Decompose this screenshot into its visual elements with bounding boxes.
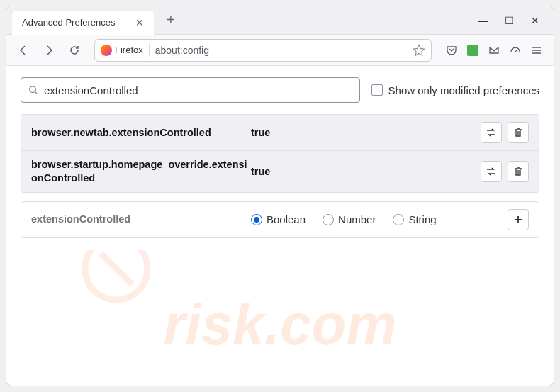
divider [149,43,150,57]
radio-label: Boolean [267,213,306,225]
pref-row: browser.startup.homepage_override.extens… [21,151,539,192]
menu-icon[interactable] [531,45,542,56]
back-button[interactable] [13,40,33,60]
radio-number[interactable]: Number [323,213,376,225]
firefox-label: Firefox [115,45,143,55]
delete-button[interactable] [508,161,529,182]
search-box[interactable] [21,77,360,103]
radio-icon [393,214,404,225]
browser-window: Advanced Preferences ✕ + — ☐ ✕ Firefox a… [6,6,554,386]
navigation-toolbar: Firefox about:config [6,35,554,66]
preferences-table: browser.newtab.extensionControlled true … [21,114,539,193]
watermark-text: risk.com [163,292,396,357]
search-icon [28,85,38,95]
add-button[interactable] [508,209,529,230]
new-tab-button[interactable]: + [161,9,181,31]
radio-label: Number [338,213,376,225]
url-bar[interactable]: Firefox about:config [94,39,432,62]
mail-icon[interactable] [488,45,500,56]
toggle-button[interactable] [481,161,502,182]
pref-actions [481,122,529,143]
checkbox-label-text: Show only modified preferences [388,84,539,96]
tab-bar: Advanced Preferences ✕ + — ☐ ✕ [6,6,554,35]
extension-icon[interactable] [467,45,478,56]
page-content: Show only modified preferences browser.n… [6,66,554,250]
window-controls: — ☐ ✕ [478,15,548,26]
radio-icon [323,214,334,225]
firefox-icon [101,45,112,56]
radio-string[interactable]: String [393,213,436,225]
type-selector: Boolean Number String [251,213,508,225]
pref-value: true [251,166,481,177]
svg-point-0 [30,86,36,93]
pref-value: true [251,127,481,138]
search-row: Show only modified preferences [21,77,539,103]
dashboard-icon[interactable] [510,45,521,56]
radio-boolean[interactable]: Boolean [251,213,306,225]
pref-name: browser.newtab.extensionControlled [31,126,251,140]
toolbar-icons [442,45,547,56]
pref-actions [508,209,529,230]
show-modified-checkbox[interactable]: Show only modified preferences [371,84,539,96]
firefox-badge: Firefox [101,45,143,56]
url-text: about:config [155,45,413,56]
forward-button[interactable] [39,40,59,60]
minimize-button[interactable]: — [478,15,488,26]
tab-close-icon[interactable]: ✕ [135,17,144,28]
reload-button[interactable] [65,40,84,60]
delete-button[interactable] [508,122,529,143]
bookmark-star-icon[interactable] [413,44,425,57]
new-pref-name: extensionControlled [31,213,251,226]
tab-title: Advanced Preferences [22,17,116,28]
radio-icon [251,214,262,225]
new-pref-table: extensionControlled Boolean Number Strin… [21,201,539,238]
new-pref-row: extensionControlled Boolean Number Strin… [21,202,539,237]
tab-active[interactable]: Advanced Preferences ✕ [12,11,154,35]
checkbox-icon [371,84,383,96]
pref-row: browser.newtab.extensionControlled true [21,115,539,151]
pref-actions [481,161,529,182]
pocket-icon[interactable] [446,45,457,56]
search-input[interactable] [44,84,352,96]
close-window-button[interactable]: ✕ [531,15,539,26]
maximize-button[interactable]: ☐ [505,15,514,26]
radio-label: String [408,213,436,225]
toggle-button[interactable] [481,122,502,143]
pref-name: browser.startup.homepage_override.extens… [31,158,251,185]
